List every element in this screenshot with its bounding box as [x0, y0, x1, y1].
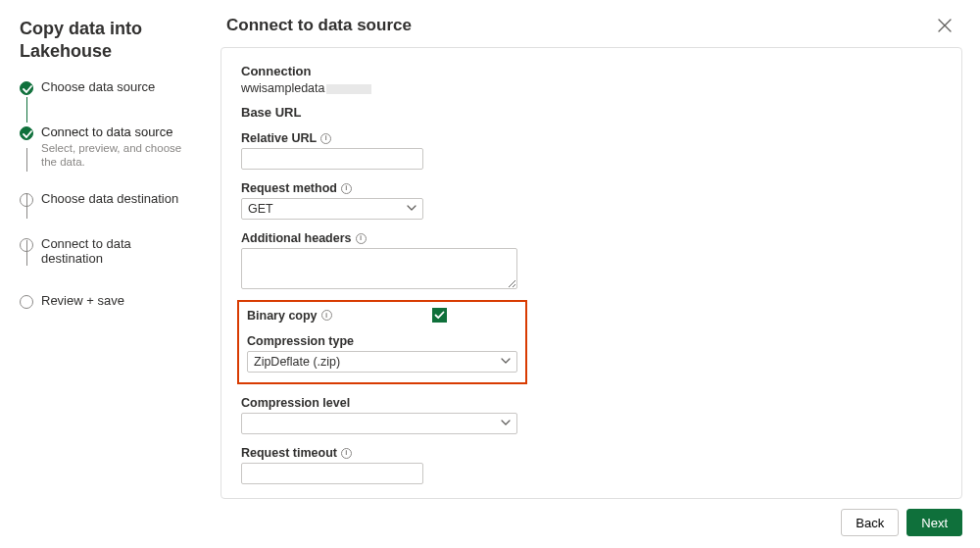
- next-button[interactable]: Next: [906, 509, 962, 536]
- step-description: Select, preview, and choose the data.: [41, 141, 192, 170]
- request-timeout-label: Request timeout: [241, 446, 337, 460]
- compression-type-select[interactable]: ZipDeflate (.zip): [247, 351, 517, 373]
- chevron-down-icon: [501, 353, 511, 371]
- compression-type-value: ZipDeflate (.zip): [254, 355, 340, 369]
- step-choose-data-source[interactable]: Choose data source: [20, 79, 192, 97]
- highlight-box: Binary copy i Compression type ZipDeflat…: [237, 300, 527, 384]
- info-icon[interactable]: i: [320, 133, 331, 144]
- connection-name: wwisampledata: [241, 81, 324, 95]
- info-icon[interactable]: i: [321, 310, 332, 321]
- circle-icon: [20, 295, 33, 309]
- form-card: Connection wwisampledata Base URL Relati…: [220, 47, 962, 499]
- close-icon: [938, 19, 952, 32]
- relative-url-label: Relative URL: [241, 131, 317, 145]
- step-label: Review + save: [41, 293, 192, 308]
- additional-headers-input[interactable]: [241, 248, 517, 289]
- request-method-value: GET: [248, 202, 273, 216]
- step-connector: [26, 97, 28, 123]
- wizard-steps: Choose data source Connect to data sourc…: [20, 79, 192, 311]
- step-connector: [26, 240, 28, 266]
- request-method-field: Request method i GET: [241, 181, 942, 220]
- step-choose-data-destination[interactable]: Choose data destination: [20, 191, 192, 209]
- request-timeout-field: Request timeout i: [241, 446, 942, 484]
- step-connector: [26, 193, 28, 219]
- step-label: Choose data source: [41, 79, 192, 94]
- close-button[interactable]: [931, 12, 958, 39]
- info-icon[interactable]: i: [356, 233, 367, 244]
- base-url-label: Base URL: [241, 105, 942, 120]
- compression-level-field: Compression level: [241, 396, 942, 434]
- compression-level-select[interactable]: [241, 413, 517, 434]
- compression-level-label: Compression level: [241, 396, 350, 410]
- request-method-select[interactable]: GET: [241, 198, 423, 220]
- step-label: Connect to data destination: [41, 236, 192, 266]
- wizard-sidebar: Copy data into Lakehouse Choose data sou…: [0, 0, 205, 548]
- sidebar-title: Copy data into Lakehouse: [20, 18, 192, 62]
- checkmark-icon: [434, 310, 445, 321]
- info-icon[interactable]: i: [341, 448, 352, 459]
- additional-headers-field: Additional headers i: [241, 231, 942, 292]
- relative-url-field: Relative URL i: [241, 131, 942, 170]
- step-label: Connect to data source: [41, 125, 192, 139]
- compression-type-field: Compression type ZipDeflate (.zip): [247, 334, 517, 373]
- request-method-label: Request method: [241, 181, 337, 195]
- info-icon[interactable]: i: [341, 183, 352, 194]
- step-label: Choose data destination: [41, 191, 192, 206]
- redacted-block: [326, 84, 371, 94]
- connection-label: Connection: [241, 64, 942, 78]
- chevron-down-icon: [501, 415, 511, 432]
- footer-actions: Back Next: [220, 499, 962, 536]
- step-connect-to-data-source[interactable]: Connect to data source Select, preview, …: [20, 125, 192, 170]
- main-header: Connect to data source: [220, 12, 962, 47]
- relative-url-input[interactable]: [241, 148, 423, 170]
- main-panel: Connect to data source Connection wwisam…: [205, 0, 980, 548]
- step-connector: [26, 148, 28, 172]
- binary-copy-label: Binary copy: [247, 309, 318, 323]
- back-button[interactable]: Back: [841, 509, 899, 536]
- checkmark-icon: [20, 126, 33, 140]
- binary-copy-checkbox[interactable]: [432, 308, 447, 323]
- page-title: Connect to data source: [226, 16, 412, 35]
- checkmark-icon: [20, 81, 33, 95]
- compression-type-label: Compression type: [247, 334, 354, 348]
- step-connect-to-data-destination[interactable]: Connect to data destination: [20, 236, 192, 266]
- connection-value: wwisampledata: [241, 81, 942, 95]
- request-timeout-input[interactable]: [241, 463, 423, 484]
- binary-copy-field: Binary copy i: [247, 308, 517, 323]
- chevron-down-icon: [407, 200, 416, 218]
- step-review-save[interactable]: Review + save: [20, 293, 192, 311]
- additional-headers-label: Additional headers: [241, 231, 352, 245]
